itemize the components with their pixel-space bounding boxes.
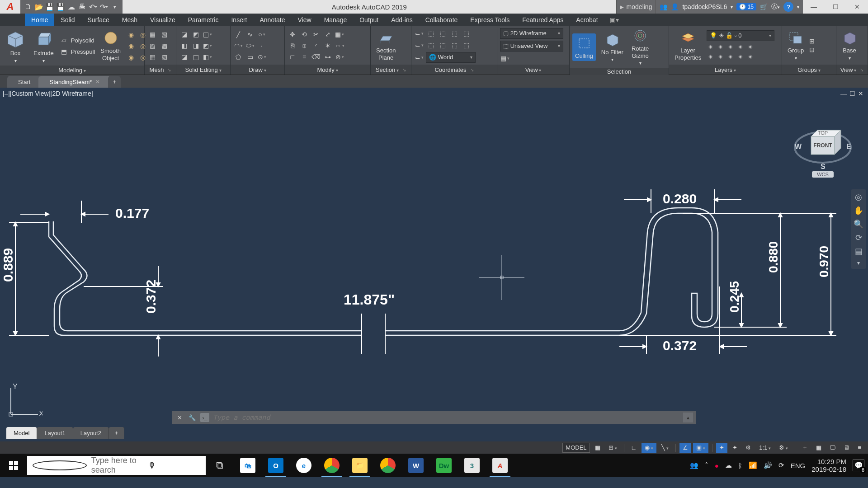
nav-more-icon[interactable]: ▾ xyxy=(857,260,860,266)
mesh-btn5[interactable]: ▦ xyxy=(147,52,157,62)
ribbon-gear-icon[interactable]: ▣▾ xyxy=(610,14,619,26)
tab-view[interactable]: View xyxy=(292,14,318,26)
doctab-new[interactable]: ＋ xyxy=(108,76,121,88)
mesh-ico1[interactable]: ◉ xyxy=(126,30,136,40)
qat-saveas-icon[interactable]: 💾 xyxy=(56,2,66,12)
cart-icon[interactable]: 🛒 xyxy=(760,3,768,10)
tray-app1-icon[interactable]: ● xyxy=(715,462,719,469)
grp-ico2[interactable]: ⊟ xyxy=(809,46,815,53)
qat-save-icon[interactable]: 💾 xyxy=(45,2,55,12)
panel-modify-title[interactable]: Modify xyxy=(317,66,338,73)
app-store-icon[interactable]: Ⓐ▾ xyxy=(771,3,780,11)
ucs-ico6[interactable]: ⌙ xyxy=(414,40,424,50)
mesh-btn1[interactable]: ▦ xyxy=(147,29,157,39)
doctab-file[interactable]: StandingSteam*✕ xyxy=(38,76,111,88)
tab-express[interactable]: Express Tools xyxy=(464,14,516,26)
mesh-ico5[interactable]: ◉ xyxy=(126,52,136,62)
draw-helix-icon[interactable]: ⊙ xyxy=(257,52,267,62)
panel-viewbase-title[interactable]: View xyxy=(840,66,857,73)
cmd-expand-icon[interactable]: ▴ xyxy=(683,413,693,422)
break-icon[interactable]: ⊘ xyxy=(335,52,344,62)
notification-badge[interactable]: 🕐 15 xyxy=(736,3,756,10)
draw-ellipse-icon[interactable]: ⬭ xyxy=(245,41,255,51)
vp-maximize-icon[interactable]: ☐ xyxy=(849,90,855,97)
status-snap-icon[interactable]: ⊞ xyxy=(605,443,620,453)
status-scale[interactable]: 1:1 xyxy=(756,443,774,453)
panel-view-title[interactable]: View xyxy=(525,66,542,73)
edge-icon[interactable]: e xyxy=(290,454,318,477)
taskview-icon[interactable]: ⧉ xyxy=(206,454,234,477)
outlook-icon[interactable]: O xyxy=(262,454,290,477)
tray-bluetooth-icon[interactable]: ᛒ xyxy=(738,462,742,469)
rotate-icon[interactable]: ⟲ xyxy=(299,29,309,39)
viewcube[interactable]: TOP FRONT W E S WCS xyxy=(791,115,854,178)
nav-zoom-icon[interactable]: 🔍 xyxy=(854,219,863,229)
tab-manage[interactable]: Manage xyxy=(318,14,354,26)
explorer-icon[interactable]: 📁 xyxy=(346,454,374,477)
li7[interactable]: ✴ xyxy=(717,53,725,61)
ucs-ico9[interactable]: ⬚ xyxy=(449,40,459,50)
layout-model[interactable]: Model xyxy=(6,427,37,439)
ucs-ico8[interactable]: ⬚ xyxy=(438,40,448,50)
panel-selection-title[interactable]: Selection xyxy=(607,68,631,75)
li4[interactable]: ✴ xyxy=(736,43,745,51)
ucs-ico5[interactable]: ⬚ xyxy=(461,28,471,38)
status-iso-icon[interactable]: ╲ xyxy=(658,443,672,453)
move-icon[interactable]: ✥ xyxy=(288,29,297,39)
qat-redo-icon[interactable]: ↷▾ xyxy=(99,2,109,12)
mesh-btn3[interactable]: ▨ xyxy=(147,41,157,51)
saved-view-dropdown[interactable]: ⬚ Unsaved View▾ xyxy=(500,41,563,52)
ucs-ico2[interactable]: ⬚ xyxy=(426,28,436,38)
layerprops-button[interactable]: Layer Properties xyxy=(672,29,704,62)
tab-surface[interactable]: Surface xyxy=(81,14,116,26)
tab-solid[interactable]: Solid xyxy=(54,14,81,26)
doctab-start[interactable]: Start xyxy=(7,76,41,88)
ucs-ico1[interactable]: ⌙ xyxy=(414,28,424,38)
mesh-btn4[interactable]: ▩ xyxy=(159,41,169,51)
panel-layers-title[interactable]: Layers xyxy=(715,66,736,73)
array-icon[interactable]: ▦ xyxy=(335,29,344,39)
status-dyn-icon[interactable]: ✦ xyxy=(716,443,727,453)
user-avatar-icon[interactable]: 👤 xyxy=(671,3,679,10)
draw-arc-icon[interactable]: ◠ xyxy=(233,41,243,51)
quick-search[interactable]: ▶ modeling xyxy=(616,0,656,14)
tab-mesh[interactable]: Mesh xyxy=(116,14,144,26)
ucs-ico4[interactable]: ⬚ xyxy=(449,28,459,38)
tab-collaborate[interactable]: Collaborate xyxy=(419,14,464,26)
draw-rect-icon[interactable]: ▭ xyxy=(245,52,255,62)
status-3dosnap-icon[interactable]: ▣ xyxy=(693,443,708,453)
stretch-icon[interactable]: ↔ xyxy=(335,41,344,51)
se7[interactable]: ◪ xyxy=(179,52,189,62)
command-input[interactable] xyxy=(213,413,679,422)
panel-modeling-title[interactable]: Modeling xyxy=(58,67,86,74)
qat-undo-icon[interactable]: ↶▾ xyxy=(88,2,98,12)
align-icon[interactable]: ≡ xyxy=(299,52,309,62)
layout-1[interactable]: Layout1 xyxy=(37,427,73,439)
li5[interactable]: ✴ xyxy=(746,43,755,51)
autocad-icon[interactable]: A xyxy=(486,454,514,477)
polysolid-button[interactable]: ▱Polysolid xyxy=(59,35,95,45)
se2[interactable]: ◩ xyxy=(191,29,201,39)
mesh-btn2[interactable]: ▧ xyxy=(159,29,169,39)
nav-showmotion-icon[interactable]: ▤ xyxy=(855,246,863,256)
draw-point-icon[interactable]: · xyxy=(257,41,267,51)
panel-draw-title[interactable]: Draw xyxy=(249,66,266,73)
command-line[interactable]: ✕ 🔧 ›_ ▴ xyxy=(172,411,696,424)
app-logo[interactable]: A xyxy=(0,0,20,14)
mesh-ico3[interactable]: ◉ xyxy=(126,41,136,51)
fillet-icon[interactable]: ◜ xyxy=(311,41,321,51)
cmd-wrench-icon[interactable]: 🔧 xyxy=(188,413,197,422)
qat-plot-icon[interactable]: 🖶 xyxy=(77,2,87,12)
tab-featured[interactable]: Featured Apps xyxy=(516,14,570,26)
tab-addins[interactable]: Add-ins xyxy=(385,14,419,26)
word-icon[interactable]: W xyxy=(402,454,430,477)
offset-icon[interactable]: ⊏ xyxy=(288,52,297,62)
vp-minimize-icon[interactable]: — xyxy=(840,90,847,97)
tray-wifi-icon[interactable]: 📶 xyxy=(749,461,757,469)
box-button[interactable]: Box▾ xyxy=(3,27,28,65)
view-ico[interactable]: ▤ xyxy=(500,53,510,63)
extrude-button[interactable]: Extrude▾ xyxy=(31,27,57,65)
layer-dropdown[interactable]: 💡 ☀ 🔓 ▫ 0▾ xyxy=(707,30,774,41)
layout-2[interactable]: Layout2 xyxy=(73,427,109,439)
dreamweaver-icon[interactable]: Dw xyxy=(430,454,458,477)
